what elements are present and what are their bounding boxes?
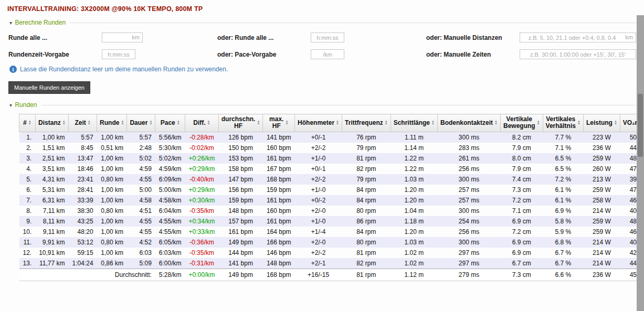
column-header-label: Schrittlänge — [394, 120, 430, 126]
table-cell: 159 bpm — [263, 185, 295, 195]
table-cell: 4. — [19, 164, 36, 174]
table-cell: 1.18 m — [390, 216, 437, 227]
table-cell: -0:40/km — [185, 174, 219, 185]
table-cell: 5:02 — [127, 153, 155, 164]
table-cell: 261 ms — [438, 153, 501, 164]
page-scrollbar[interactable] — [637, 15, 644, 311]
table-cell: 6.5 % — [543, 164, 583, 174]
sort-icon[interactable]: ▲▼ — [614, 120, 617, 125]
table-cell: 1,00 km — [97, 195, 127, 206]
column-header[interactable]: Zeit▲▼ — [69, 114, 97, 132]
column-header[interactable]: Dauer▲▼ — [127, 114, 155, 132]
sort-icon[interactable]: ▲▼ — [336, 120, 339, 125]
table-cell: 164 bpm — [263, 227, 295, 237]
table-cell: 236 W — [583, 143, 620, 153]
table-cell: 5:02/km — [155, 153, 185, 164]
column-header[interactable]: Runde▲▼ — [97, 114, 127, 132]
table-cell: 7,11 km — [35, 206, 68, 216]
sort-icon[interactable]: ▲▼ — [88, 120, 91, 125]
column-header[interactable]: Höhenmeter▲▼ — [295, 114, 342, 132]
table-cell: 84 rpm — [342, 185, 391, 195]
section-berechne-runden-header[interactable]: ▾ Berechne Runden — [8, 19, 70, 26]
sort-icon[interactable]: ▲▼ — [577, 120, 580, 125]
sort-icon[interactable]: ▲▼ — [385, 120, 388, 125]
sort-icon[interactable]: ▲▼ — [537, 120, 540, 125]
table-cell: 283 ms — [438, 143, 501, 153]
table-cell: 13:47 — [69, 153, 97, 164]
table-cell: +2/-2 — [295, 143, 342, 153]
table-cell: +2/-2 — [295, 248, 342, 258]
sort-icon[interactable]: ▲▼ — [177, 120, 180, 125]
sort-icon[interactable]: ▲▼ — [285, 120, 288, 125]
sort-icon[interactable]: ▲▼ — [121, 120, 124, 125]
table-cell: +1/-0 — [295, 185, 342, 195]
table-cell: 300 ms — [438, 206, 501, 216]
sort-icon[interactable]: ▲▼ — [431, 120, 435, 125]
table-cell: 6:03 — [127, 248, 155, 258]
table-cell: 7.1 % — [543, 143, 583, 153]
column-header[interactable]: Pace▲▼ — [155, 114, 185, 132]
table-cell: 150 bpm — [218, 143, 263, 153]
table-cell: -0:35/km — [185, 206, 219, 216]
manuelle-runden-anzeigen-button[interactable]: Manuelle Runden anzeigen — [8, 81, 90, 94]
table-cell: 11. — [19, 237, 36, 248]
table-cell: 4:59 — [127, 164, 155, 174]
pace-vorgabe-input[interactable] — [311, 49, 344, 59]
manuelle-zeiten-input[interactable] — [520, 49, 636, 59]
table-cell: 10. — [19, 227, 36, 237]
table-cell: 159 bpm — [218, 195, 263, 206]
info-icon: i — [9, 66, 17, 73]
column-header[interactable]: Diff.▲▼ — [185, 114, 219, 132]
column-header[interactable]: Bodenkontaktzeit▲▼ — [438, 114, 501, 132]
column-header-label: Diff. — [193, 120, 205, 126]
sort-icon[interactable]: ▲▼ — [149, 120, 152, 125]
table-cell: 214 W — [583, 206, 620, 216]
section-runden-header[interactable]: ▾ Runden — [8, 101, 41, 109]
column-header[interactable]: durchschn.HF▲▼ — [218, 114, 263, 132]
table-row: 8.7,11 km38:300,80 km4:516:04/km-0:35/km… — [19, 206, 644, 216]
table-cell: 5.8 % — [543, 216, 583, 227]
sort-icon[interactable]: ▲▼ — [28, 120, 31, 125]
section-berechne-runden: ▾ Berechne Runden Runde alle ... km oder… — [7, 19, 637, 99]
column-header-label: Runde — [100, 120, 119, 126]
section-title: Runden — [15, 101, 37, 109]
column-header[interactable]: #▲▼ — [19, 114, 36, 132]
table-cell: 7.9 cm — [500, 143, 543, 153]
table-row: 3.2,51 km13:471,00 km5:025:02/km+0:26/km… — [19, 153, 644, 164]
column-header[interactable]: VertikalesVerhältnis▲▼ — [543, 114, 583, 132]
table-cell: 259 W — [583, 216, 620, 227]
table-cell: 2:48 — [127, 143, 155, 153]
column-header[interactable]: Schrittlänge▲▼ — [390, 114, 437, 132]
runde-alle-zeit-input[interactable] — [311, 33, 344, 42]
table-cell: 141 bpm — [263, 132, 295, 143]
table-cell: 1.20 m — [390, 195, 437, 206]
column-header[interactable]: max.HF▲▼ — [263, 114, 295, 132]
table-cell: 1.03 m — [390, 174, 437, 185]
table-cell: 5. — [19, 174, 36, 185]
table-cell: 2. — [19, 143, 36, 153]
collapse-icon: ▾ — [9, 20, 12, 26]
column-header[interactable]: VertikaleBewegung▲▼ — [500, 114, 543, 132]
sort-icon[interactable]: ▲▼ — [494, 120, 498, 125]
column-header[interactable]: Leistung▲▼ — [583, 114, 620, 132]
column-header-label: VertikaleBewegung — [503, 116, 535, 130]
rundenzeit-vorgabe-input[interactable] — [102, 49, 135, 59]
field-label: Rundenzeit-Vorgabe — [8, 51, 102, 58]
table-cell: 9. — [19, 216, 36, 227]
table-cell: 149 bpm — [218, 237, 263, 248]
manuelle-distanzen-input[interactable] — [520, 33, 636, 42]
runde-alle-distanz-input[interactable] — [102, 33, 143, 42]
sort-icon[interactable]: ▲▼ — [257, 120, 260, 125]
column-header-label: max.HF — [269, 116, 283, 130]
column-header[interactable]: Distanz▲▼ — [35, 114, 68, 132]
table-cell: 1,00 km — [97, 227, 127, 237]
average-cell: 279 ms — [438, 269, 501, 281]
sort-icon[interactable]: ▲▼ — [62, 120, 66, 125]
scrollbar-thumb[interactable] — [638, 94, 643, 157]
table-row: 13.11,77 km1:04:240,86 km5:096:00/km-0:3… — [19, 258, 644, 269]
sort-icon[interactable]: ▲▼ — [207, 120, 210, 125]
table-cell: 6.9 % — [543, 206, 583, 216]
column-header[interactable]: Trittfrequenz▲▼ — [342, 114, 391, 132]
table-cell: 1.20 m — [390, 185, 437, 195]
table-cell: 7.2 % — [543, 174, 583, 185]
